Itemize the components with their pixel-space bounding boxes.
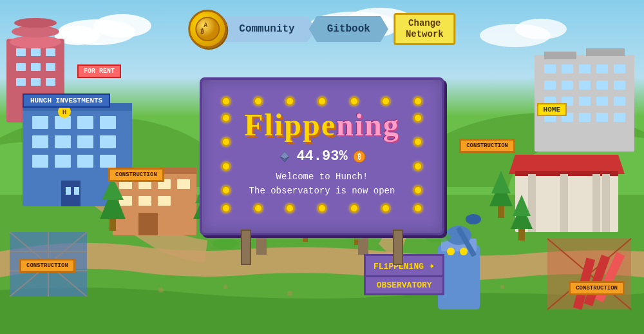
- svg-rect-40: [32, 155, 48, 168]
- billboard-welcome-text: Welcome to Hunch! The observatory is now…: [236, 170, 408, 199]
- construction-sign-1: CONSTRUCTION: [108, 168, 164, 182]
- svg-point-130: [287, 291, 292, 296]
- billboard-dot: [317, 97, 327, 106]
- percent-display: 44.93%: [296, 148, 347, 164]
- home-sign: HOME: [537, 103, 567, 116]
- billboard-left-dots: [222, 110, 231, 199]
- billboard-dot: [317, 204, 327, 213]
- svg-rect-27: [31, 78, 41, 86]
- svg-rect-58: [138, 213, 158, 235]
- billboard-right-dots: [413, 110, 422, 199]
- svg-rect-94: [602, 174, 610, 232]
- svg-rect-67: [586, 48, 625, 56]
- billboard-top-dots: [222, 97, 422, 106]
- billboard-dot: [413, 97, 422, 106]
- svg-point-102: [466, 214, 481, 224]
- svg-rect-75: [579, 81, 591, 90]
- svg-rect-76: [596, 81, 608, 90]
- svg-rect-56: [138, 196, 151, 206]
- construction-sign-4: CONSTRUCTION: [569, 281, 625, 295]
- svg-rect-72: [614, 64, 625, 74]
- for-rent-sign: FOR RENT: [77, 64, 121, 78]
- billboard-dot: [381, 204, 390, 213]
- billboard-dot: [254, 204, 263, 213]
- billboard-dot: [381, 97, 390, 106]
- billboard-dot: [413, 162, 422, 171]
- svg-rect-86: [596, 113, 608, 122]
- observatory-name-label: OBSERVATORY: [364, 277, 444, 295]
- svg-rect-54: [177, 179, 190, 189]
- svg-rect-41: [55, 155, 71, 168]
- billboard-post-right: [393, 230, 403, 265]
- svg-rect-23: [16, 63, 26, 71]
- svg-rect-66: [544, 52, 576, 59]
- billboard-dot: [222, 137, 231, 146]
- svg-point-2: [93, 14, 151, 37]
- svg-text:₿: ₿: [200, 28, 204, 35]
- svg-rect-82: [614, 97, 625, 106]
- svg-text:₿: ₿: [357, 153, 361, 161]
- construction-sign-3: CONSTRUCTION: [19, 259, 75, 273]
- svg-rect-48: [74, 187, 79, 195]
- billboard-title: Flippening: [236, 110, 408, 141]
- svg-rect-47: [66, 187, 71, 195]
- svg-rect-21: [31, 48, 41, 56]
- svg-rect-25: [46, 63, 55, 71]
- svg-rect-28: [46, 78, 55, 86]
- observatory-sign[interactable]: FLiPPENiNG ✦ OBSERVATORY: [364, 254, 444, 295]
- hunch-investments-label: HUNCH INVESTMENTS: [23, 93, 110, 108]
- billboard-dot: [350, 97, 359, 106]
- svg-rect-43: [100, 155, 116, 168]
- svg-rect-69: [562, 64, 573, 74]
- billboard-dot: [413, 204, 422, 213]
- svg-rect-36: [32, 135, 48, 148]
- svg-rect-19: [14, 18, 57, 28]
- change-network-button[interactable]: ChangeNetwork: [393, 13, 456, 45]
- billboard-dot: [222, 204, 231, 213]
- billboard-dot: [350, 204, 359, 213]
- svg-rect-77: [614, 81, 625, 90]
- navigation-bar: A ₿ Community Gitbook ChangeNetwork: [188, 10, 455, 48]
- svg-rect-26: [16, 78, 26, 86]
- svg-rect-93: [592, 174, 600, 232]
- billboard-dot: [222, 162, 231, 171]
- billboard-dot: [285, 97, 294, 106]
- svg-point-138: [196, 17, 219, 41]
- svg-rect-92: [560, 174, 568, 232]
- svg-rect-24: [31, 63, 41, 71]
- gitbook-button[interactable]: Gitbook: [309, 16, 388, 42]
- svg-rect-68: [544, 64, 556, 74]
- svg-rect-33: [55, 116, 71, 129]
- svg-rect-57: [158, 196, 171, 206]
- svg-rect-37: [55, 135, 71, 148]
- svg-rect-42: [77, 155, 93, 168]
- svg-point-128: [158, 288, 164, 293]
- svg-point-103: [447, 248, 455, 255]
- billboard-dot: [413, 137, 422, 146]
- svg-rect-39: [100, 135, 116, 148]
- billboard-stats: 44.93% ₿: [236, 148, 408, 164]
- billboard-dot: [413, 113, 422, 123]
- svg-rect-20: [16, 48, 26, 56]
- observatory-flippening-label: FLiPPENiNG ✦: [364, 254, 444, 277]
- svg-text:H: H: [62, 108, 67, 116]
- billboard-dot: [254, 97, 263, 106]
- svg-rect-35: [100, 116, 116, 129]
- svg-point-129: [223, 285, 227, 289]
- svg-rect-107: [109, 219, 116, 231]
- svg-rect-85: [579, 113, 591, 122]
- svg-rect-87: [614, 113, 625, 122]
- billboard-dot: [222, 186, 231, 195]
- svg-rect-22: [46, 48, 55, 56]
- btc-icon: ₿: [353, 150, 366, 163]
- svg-rect-70: [579, 64, 591, 74]
- svg-rect-71: [596, 64, 608, 74]
- svg-point-104: [460, 248, 468, 255]
- logo-coin[interactable]: A ₿: [188, 10, 227, 48]
- billboard-dot: [222, 97, 231, 106]
- billboard-dot: [413, 186, 422, 195]
- svg-point-8: [515, 19, 567, 39]
- community-button[interactable]: Community: [223, 16, 315, 42]
- svg-rect-38: [77, 135, 93, 148]
- billboard-post-left: [241, 230, 251, 265]
